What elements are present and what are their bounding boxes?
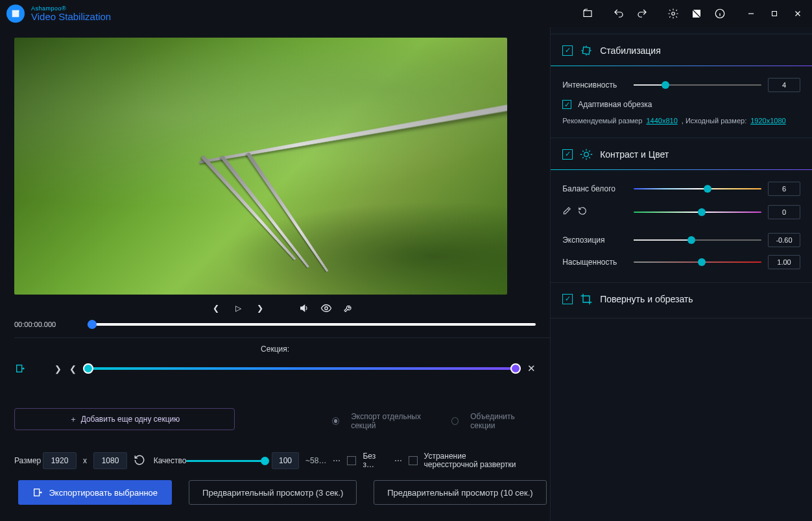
no-sound-more-icon[interactable]: ⋯ bbox=[394, 456, 402, 465]
intensity-label: Интенсивность bbox=[562, 80, 627, 90]
export-merge-label: Объединить секции bbox=[470, 412, 536, 430]
section-prev-icon[interactable]: ❮ bbox=[69, 364, 77, 374]
quality-input[interactable] bbox=[272, 452, 299, 469]
open-file-icon[interactable] bbox=[577, 3, 598, 24]
svg-point-5 bbox=[325, 307, 328, 310]
reset-wb-icon[interactable] bbox=[578, 206, 587, 217]
svg-rect-8 bbox=[583, 47, 590, 54]
product-label: Video Stabilization bbox=[31, 12, 111, 21]
minimize-icon[interactable] bbox=[741, 3, 761, 24]
export-button-label: Экспортировать выбранное bbox=[49, 488, 158, 498]
maximize-icon[interactable] bbox=[764, 3, 785, 24]
section-export-icon[interactable] bbox=[14, 363, 26, 374]
redo-icon[interactable] bbox=[632, 3, 652, 24]
recommended-size-link[interactable]: 1440x810 bbox=[646, 117, 677, 125]
compare-icon[interactable] bbox=[686, 3, 707, 24]
intensity-value[interactable]: 4 bbox=[768, 78, 800, 92]
export-separate-label: Экспорт отдельных секций bbox=[351, 412, 440, 430]
close-icon[interactable] bbox=[787, 3, 808, 24]
stabilization-panel: Стабилизация Интенсивность 4 Адаптивная … bbox=[551, 34, 812, 138]
wb-slider[interactable] bbox=[634, 188, 761, 189]
next-frame-icon[interactable]: ❯ bbox=[254, 302, 266, 314]
section-label: Секция: bbox=[14, 345, 536, 363]
wrench-icon[interactable] bbox=[342, 302, 354, 314]
player-controls: ❮ ▷ ❯ bbox=[14, 295, 550, 318]
saturation-value[interactable]: 1.00 bbox=[768, 255, 800, 269]
preview-3s-button[interactable]: Предварительный просмотр (3 сек.) bbox=[189, 480, 357, 505]
undo-icon[interactable] bbox=[608, 3, 629, 24]
recommended-size-label: Рекомендуемый размер bbox=[562, 117, 642, 125]
stabilization-icon bbox=[579, 43, 593, 58]
width-input[interactable] bbox=[43, 452, 77, 469]
rotate-title: Повернуть и обрезать bbox=[600, 294, 693, 304]
add-section-button[interactable]: ＋ Добавить еще одну секцию bbox=[14, 408, 235, 430]
deinterlace-checkbox[interactable] bbox=[409, 456, 418, 465]
color-title: Контраст и Цвет bbox=[600, 149, 669, 160]
titlebar: Ashampoo® Video Stabilization bbox=[0, 0, 812, 27]
stabilization-enable-checkbox[interactable] bbox=[562, 45, 573, 56]
preview-10s-label: Предварительный просмотр (10 сек.) bbox=[387, 488, 532, 498]
section-next-icon[interactable]: ❯ bbox=[54, 364, 62, 374]
saturation-label: Насыщенность bbox=[562, 258, 627, 267]
exposure-slider[interactable] bbox=[634, 239, 761, 241]
intensity-slider[interactable] bbox=[634, 84, 761, 86]
settings-icon[interactable] bbox=[663, 3, 684, 24]
quality-slider[interactable] bbox=[186, 460, 265, 462]
svg-point-9 bbox=[584, 152, 589, 157]
prev-frame-icon[interactable]: ❮ bbox=[210, 302, 222, 314]
plus-icon: ＋ bbox=[69, 414, 77, 425]
timecode: 00:00:00.000 bbox=[14, 321, 76, 328]
reset-size-icon[interactable] bbox=[134, 454, 147, 468]
app-logo-icon bbox=[6, 5, 25, 23]
svg-rect-6 bbox=[17, 365, 22, 372]
section-delete-icon[interactable]: ✕ bbox=[527, 363, 536, 374]
color-panel: Контраст и Цвет Баланс белого 6 bbox=[551, 138, 812, 283]
tint-slider[interactable] bbox=[634, 212, 761, 213]
exposure-label: Экспозиция bbox=[562, 236, 627, 245]
volume-icon[interactable] bbox=[298, 302, 310, 314]
svg-point-0 bbox=[18, 10, 19, 12]
info-icon[interactable] bbox=[710, 3, 730, 24]
x-separator: x bbox=[83, 456, 87, 465]
approx-more-icon[interactable]: ⋯ bbox=[333, 456, 340, 465]
eyedropper-icon[interactable] bbox=[562, 206, 571, 217]
tint-value[interactable]: 0 bbox=[768, 205, 800, 219]
preview-10s-button[interactable]: Предварительный просмотр (10 сек.) bbox=[374, 480, 546, 505]
approx-size: ~58… bbox=[305, 456, 326, 465]
playhead-slider[interactable] bbox=[88, 323, 536, 326]
preview-3s-label: Предварительный просмотр (3 сек.) bbox=[202, 488, 343, 498]
wb-label: Баланс белого bbox=[562, 184, 627, 193]
rotate-panel: Повернуть и обрезать bbox=[551, 283, 812, 319]
eye-icon[interactable] bbox=[320, 302, 332, 314]
quality-label: Качество bbox=[154, 457, 180, 465]
no-sound-label: Без з… bbox=[363, 452, 387, 469]
add-section-label: Добавить еще одну секцию bbox=[81, 415, 180, 424]
svg-rect-1 bbox=[584, 11, 591, 17]
adaptive-crop-checkbox[interactable] bbox=[562, 100, 571, 109]
svg-rect-4 bbox=[772, 12, 777, 16]
svg-point-2 bbox=[672, 12, 675, 16]
size-label: Размер bbox=[14, 457, 36, 465]
export-button[interactable]: Экспортировать выбранное bbox=[18, 480, 173, 505]
export-separate-radio[interactable] bbox=[332, 417, 339, 425]
export-icon bbox=[32, 487, 43, 498]
exposure-value[interactable]: -0.60 bbox=[768, 233, 800, 247]
section-range-slider[interactable] bbox=[84, 367, 519, 370]
height-input[interactable] bbox=[93, 452, 127, 469]
svg-rect-7 bbox=[34, 489, 39, 496]
stabilization-title: Стабилизация bbox=[600, 45, 661, 56]
video-preview[interactable] bbox=[14, 38, 507, 295]
export-merge-radio[interactable] bbox=[451, 417, 459, 425]
no-sound-checkbox[interactable] bbox=[347, 456, 356, 465]
deinterlace-label: Устранение чересстрочной развертки bbox=[424, 452, 522, 469]
color-enable-checkbox[interactable] bbox=[562, 149, 573, 160]
crop-icon bbox=[579, 292, 593, 306]
original-size-label: , Исходный размер: bbox=[682, 117, 746, 125]
brightness-icon bbox=[579, 147, 593, 162]
adaptive-crop-label: Адаптивная обрезка bbox=[578, 100, 652, 109]
rotate-enable-checkbox[interactable] bbox=[562, 294, 573, 304]
play-icon[interactable]: ▷ bbox=[232, 302, 244, 314]
saturation-slider[interactable] bbox=[634, 261, 761, 263]
original-size-link[interactable]: 1920x1080 bbox=[750, 117, 785, 125]
wb-value[interactable]: 6 bbox=[768, 182, 800, 196]
